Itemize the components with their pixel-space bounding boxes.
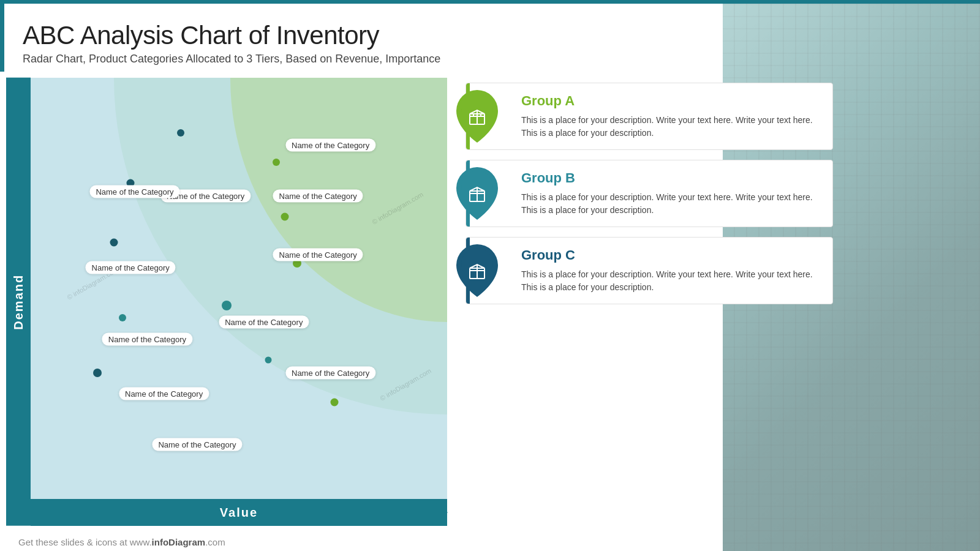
group-a-text: Group A This is a place for your descrip… bbox=[521, 93, 820, 140]
group-b-desc: This is a place for your description. Wr… bbox=[521, 191, 820, 217]
label-2: Name of the Category bbox=[102, 332, 192, 345]
group-c-desc: This is a place for your description. Wr… bbox=[521, 268, 820, 294]
label-3: Name of the Category bbox=[86, 261, 176, 274]
group-b-text: Group B This is a place for your descrip… bbox=[521, 170, 820, 217]
label-8: Name of the Category bbox=[219, 316, 309, 329]
value-axis: Value bbox=[31, 499, 447, 526]
group-c-icon-container bbox=[453, 243, 502, 298]
chart-plot: © infoDiagram.com © infoDiagram.com © in… bbox=[31, 78, 447, 499]
dot-3 bbox=[110, 238, 118, 246]
value-axis-arrow bbox=[431, 499, 448, 526]
group-c-text: Group C This is a place for your descrip… bbox=[521, 247, 820, 294]
footer-text: Get these slides & icons at www.infoDiag… bbox=[18, 537, 225, 547]
group-c-card: Group C This is a place for your descrip… bbox=[466, 237, 833, 304]
dot-2 bbox=[119, 314, 126, 321]
dot-5 bbox=[177, 129, 184, 137]
label-7: Name of the Category bbox=[273, 249, 363, 261]
group-b-title: Group B bbox=[521, 170, 820, 186]
group-a-desc: This is a place for your description. Wr… bbox=[521, 114, 820, 140]
group-b-box-icon bbox=[466, 182, 488, 204]
dot-6 bbox=[222, 301, 232, 310]
label-5: Name of the Category bbox=[285, 139, 375, 152]
group-a-title: Group A bbox=[521, 93, 820, 109]
label-11: Name of the Category bbox=[89, 185, 179, 198]
dot-11 bbox=[265, 357, 271, 364]
dot-10 bbox=[331, 398, 339, 406]
group-a-icon-container bbox=[453, 89, 502, 144]
dot-7 bbox=[273, 159, 280, 166]
group-b-icon-container bbox=[453, 166, 502, 221]
group-b-card: Group B This is a place for your descrip… bbox=[466, 160, 833, 227]
label-6: Name of the Category bbox=[273, 189, 363, 202]
label-1: Name of the Category bbox=[119, 388, 209, 400]
group-c-title: Group C bbox=[521, 247, 820, 263]
chart-with-axis: © infoDiagram.com © infoDiagram.com © in… bbox=[31, 78, 447, 526]
dot-8 bbox=[281, 213, 288, 221]
group-a-card: Group A This is a place for your descrip… bbox=[466, 83, 833, 150]
group-c-box-icon bbox=[466, 260, 488, 282]
group-a-box-icon bbox=[466, 105, 488, 127]
chart-container: Demand © infoDiagram.com © infoDiagram.c… bbox=[6, 78, 447, 526]
demand-axis-label: Demand bbox=[6, 78, 31, 526]
label-10: Name of the Category bbox=[152, 438, 242, 451]
footer-brand: infoDiagram bbox=[152, 537, 206, 547]
label-9: Name of the Category bbox=[285, 366, 375, 379]
value-axis-label: Value bbox=[220, 506, 258, 520]
dot-1 bbox=[93, 369, 102, 377]
